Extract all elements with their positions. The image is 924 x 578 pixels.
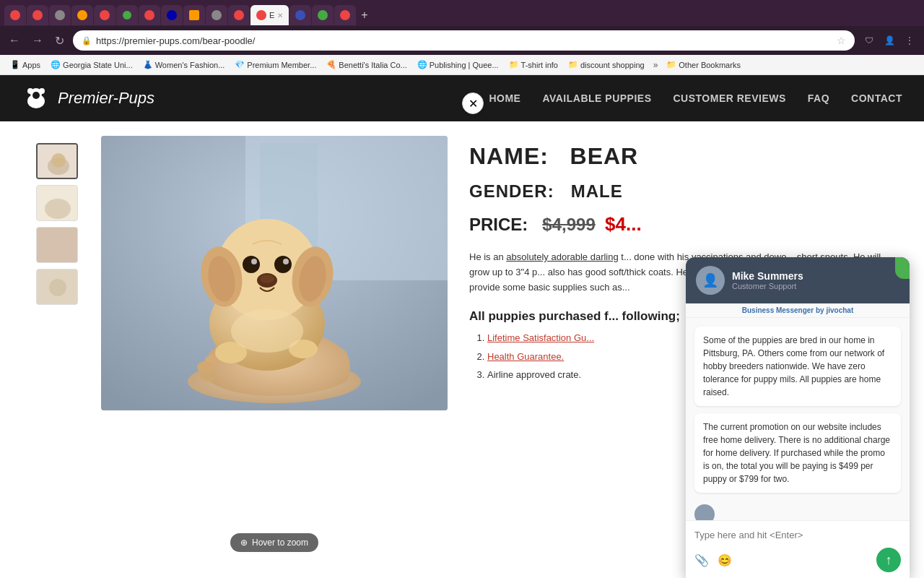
bookmark-discount[interactable]: 📁 discount shopping (564, 59, 649, 71)
svg-point-2 (32, 92, 40, 99)
thumbnail-1[interactable] (36, 143, 78, 179)
browser-tab[interactable] (116, 5, 138, 25)
site-title: Premier-Pups (58, 89, 154, 108)
forward-button[interactable]: → (29, 33, 46, 48)
svg-rect-11 (37, 228, 78, 263)
new-tab-button[interactable]: + (357, 9, 372, 22)
bookmark-label: Benetti's Italia Co... (339, 61, 406, 69)
hover-to-zoom-button[interactable]: ⊕ Hover to zoom (230, 533, 318, 552)
svg-point-4 (39, 88, 45, 94)
airline-crate-text: Airline approved crate. (487, 369, 581, 380)
browser-tab[interactable] (4, 5, 26, 25)
chat-input-area: 📎 😊 ↑ (686, 520, 910, 578)
bookmark-premium[interactable]: 💎 Premium Member... (230, 59, 321, 71)
browser-tab[interactable] (49, 5, 71, 25)
bookmark-tshirt[interactable]: 📁 T-shirt info (505, 59, 562, 71)
svg-point-35 (231, 309, 303, 353)
bookmark-georgia[interactable]: 🌐 Georgia State Uni... (46, 59, 137, 71)
reload-button[interactable]: ↻ (52, 33, 67, 49)
bookmark-benetti[interactable]: 🍕 Benetti's Italia Co... (322, 59, 411, 71)
chat-header: 👤 Mike Summers Customer Support (686, 257, 910, 303)
price-label: PRICE: (469, 215, 528, 234)
browser-tab[interactable] (183, 5, 205, 25)
svg-point-7 (51, 153, 66, 168)
chat-input[interactable] (694, 527, 901, 543)
product-name: NAME: BEAR (469, 143, 888, 170)
svg-point-13 (49, 279, 66, 296)
agent-avatar: 👤 (696, 266, 725, 295)
bookmark-publishing[interactable]: 🌐 Publishing | Quee... (413, 59, 503, 71)
back-button[interactable]: ← (6, 33, 23, 48)
bookmark-fashion[interactable]: 👗 Women's Fashion... (139, 59, 230, 71)
chat-messages: Some of the puppies are bred in our home… (686, 318, 910, 520)
browser-tab[interactable] (161, 5, 183, 25)
thumbnail-2[interactable] (36, 185, 78, 221)
menu-button[interactable]: ⋮ (901, 32, 918, 49)
emoji-icon[interactable]: 😊 (718, 553, 732, 567)
name-value: BEAR (570, 143, 639, 169)
tab-bar: E ✕ + (0, 0, 924, 26)
bookmark-label: discount shopping (580, 61, 645, 69)
bookmark-other[interactable]: 📁 Other Bookmarks (662, 59, 745, 71)
bookmarks-more-button[interactable]: » (650, 59, 661, 72)
site-logo[interactable]: Premier-Pups (22, 84, 154, 113)
browser-tab-active[interactable]: E ✕ (250, 5, 289, 25)
bookmark-star-icon[interactable]: ☆ (837, 35, 846, 46)
main-product-image (101, 136, 448, 410)
message-text: The current promotion on our website inc… (703, 422, 890, 484)
security-icon: 🔒 (82, 36, 92, 46)
thumbnail-4[interactable] (36, 269, 78, 305)
browser-tab[interactable] (139, 5, 160, 25)
thumb-img-3 (37, 228, 78, 263)
main-image-container: ⊕ Hover to zoom ✕ (101, 136, 448, 564)
browser-tab[interactable] (27, 5, 48, 25)
profile-button[interactable]: 👤 (881, 32, 898, 49)
bookmark-favicon: 🌐 (417, 60, 427, 69)
folder-icon: 📁 (509, 60, 519, 69)
nav-customer-reviews[interactable]: CUSTOMER REVIEWS (674, 92, 786, 104)
svg-point-28 (274, 256, 292, 273)
bookmark-favicon: 🍕 (326, 60, 336, 69)
url-text: https://premier-pups.com/bear-poodle/ (96, 35, 832, 46)
nav-available-puppies[interactable]: AVAILABLE PUPPIES (542, 92, 651, 104)
thumb-img-4 (37, 269, 78, 305)
gender-value: MALE (571, 181, 623, 201)
bookmark-label: Georgia State Uni... (63, 61, 133, 69)
chat-header-info: Mike Summers Customer Support (732, 270, 899, 290)
browser-tab[interactable] (334, 5, 356, 25)
zoom-label: Hover to zoom (252, 538, 308, 548)
nav-faq[interactable]: FAQ (808, 92, 829, 104)
browser-tab[interactable] (289, 5, 311, 25)
thumb-img-1 (38, 144, 78, 179)
url-bar[interactable]: 🔒 https://premier-pups.com/bear-poodle/ … (73, 30, 855, 51)
chat-send-button[interactable]: ↑ (876, 548, 901, 572)
nav-home[interactable]: HOME (489, 92, 520, 104)
browser-tab[interactable] (71, 5, 93, 25)
agent-role: Customer Support (732, 282, 899, 290)
agent-name: Mike Summers (732, 270, 899, 282)
health-guarantee-link[interactable]: Health Guarantee. (487, 351, 564, 362)
browser-tab[interactable] (206, 5, 227, 25)
gender-label: GENDER: (469, 181, 554, 201)
nav-contact[interactable]: CONTACT (851, 92, 902, 104)
lifetime-guarantee-link[interactable]: Lifetime Satisfaction Gu... (487, 332, 594, 343)
bookmark-favicon: 💎 (235, 60, 245, 69)
bookmark-label: Other Bookmarks (679, 61, 741, 69)
folder-icon: 📁 (568, 60, 578, 69)
thumbnail-3[interactable] (36, 227, 78, 263)
bookmark-apps[interactable]: 📱 Apps (6, 59, 45, 71)
browser-tab[interactable] (94, 5, 116, 25)
chat-close-button[interactable]: ✕ (462, 92, 484, 114)
browser-tab[interactable] (228, 5, 250, 25)
product-gender: GENDER: MALE (469, 181, 888, 202)
bookmark-label: T-shirt info (521, 61, 558, 69)
browser-tab[interactable] (312, 5, 334, 25)
bookmark-favicon: 🌐 (51, 60, 61, 69)
tab-close-button[interactable]: ✕ (277, 12, 283, 20)
tab-label: E (269, 11, 274, 20)
original-price: $4,999 (542, 215, 595, 234)
svg-point-3 (27, 88, 33, 94)
attachment-icon[interactable]: 📎 (694, 553, 709, 567)
extensions-button[interactable]: 🛡 (860, 32, 878, 49)
chat-message-2: The current promotion on our website inc… (694, 413, 901, 493)
